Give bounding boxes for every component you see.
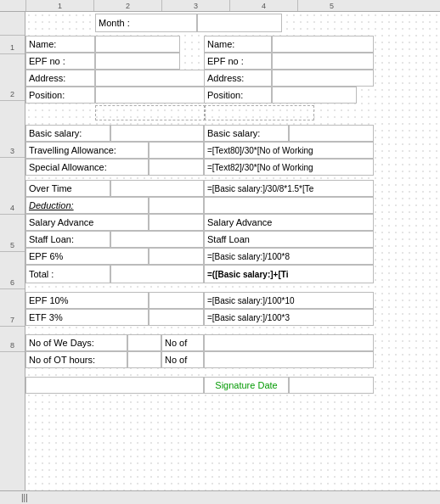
signature-label: Signature Date — [215, 380, 277, 390]
basic-salary-value-right[interactable] — [289, 125, 374, 142]
name-label-left: Name: — [29, 39, 56, 49]
month-value-cell[interactable] — [197, 14, 282, 32]
no-ot-hours-label-cell: No of OT hours: — [25, 351, 127, 368]
position-value-cell-left[interactable] — [95, 87, 206, 104]
travelling-formula-cell: =[Text80]/30*[No of Working — [204, 142, 374, 159]
name-label-cell-right: Name: — [204, 36, 272, 53]
address-value-cell-left[interactable] — [95, 70, 206, 87]
basic-salary-label: Basic salary: — [29, 128, 82, 138]
overtime-label-cell: Over Time — [25, 180, 110, 197]
overtime-formula-cell: =[Basic salary:]/30/8*1.5*[Te — [204, 180, 374, 197]
ruler-mark-5: 5 — [297, 0, 365, 11]
special-formula-cell: =[Text82]/30*[No of Working — [204, 159, 374, 176]
staff-loan-value-left[interactable] — [110, 231, 204, 248]
name-label-right: Name: — [207, 39, 234, 49]
special-value-left[interactable] — [149, 159, 204, 176]
travelling-formula: =[Text80]/30*[No of Working — [207, 146, 313, 155]
no-we-days-formula-cell[interactable] — [204, 334, 374, 351]
top-ruler: 1 2 3 4 5 — [0, 0, 440, 12]
basic-salary-value-left[interactable] — [110, 125, 204, 142]
name-label-cell-left: Name: — [25, 36, 95, 53]
etf-formula-cell: =[Basic salary:]/100*3 — [204, 309, 374, 326]
dashed-box-2 — [204, 105, 314, 120]
signature-label-cell-left — [25, 377, 204, 394]
no-of-label2: No of — [165, 355, 187, 365]
signature-value-cell[interactable] — [289, 377, 374, 394]
epf10-value-left[interactable] — [149, 292, 204, 309]
epf6-value-left[interactable] — [149, 248, 204, 265]
epf10-label-cell: EPF 10% — [25, 292, 149, 309]
total-label-cell: Total : — [25, 265, 110, 283]
no-we-days-label-cell: No of We Days: — [25, 334, 127, 351]
address-value-cell-right[interactable] — [272, 70, 374, 87]
position-label-cell: Position: — [25, 87, 95, 104]
staff-loan-label: Staff Loan: — [29, 234, 74, 244]
row-marker-0 — [0, 12, 25, 36]
position-value-cell-right[interactable] — [272, 87, 357, 104]
main-area: 1 2 3 4 5 6 7 8 Month : — [0, 12, 440, 490]
epf-label-right: EPF no : — [207, 56, 244, 66]
salary-advance-label-right: Salary Advance — [207, 217, 272, 227]
deduction-value-left[interactable] — [149, 197, 204, 214]
row-marker-2: 2 — [0, 54, 25, 101]
epf6-label-cell: EPF 6% — [25, 248, 149, 265]
etf-label: ETF 3% — [29, 312, 63, 322]
staff-loan-label-right: Staff Loan — [207, 234, 250, 244]
special-formula: =[Text82]/30*[No of Working — [207, 163, 313, 172]
overtime-formula: =[Basic salary:]/30/8*1.5*[Te — [207, 184, 313, 193]
travelling-value-left[interactable] — [149, 142, 204, 159]
salary-advance-value-right[interactable]: Salary Advance — [204, 214, 374, 231]
epf6-label: EPF 6% — [29, 251, 63, 261]
salary-advance-value-left[interactable] — [149, 214, 204, 231]
row-marker-5: 5 — [0, 215, 25, 252]
no-ot-hours-formula-cell[interactable] — [204, 351, 374, 368]
month-label-cell: Month : — [95, 14, 197, 32]
epf6-formula: =[Basic salary:]/100*8 — [207, 252, 290, 261]
etf-value-left[interactable] — [149, 309, 204, 326]
row-marker-1: 1 — [0, 36, 25, 54]
etf-formula: =[Basic salary:]/100*3 — [207, 313, 290, 322]
epf-label-cell-left: EPF no : — [25, 53, 95, 70]
position-label-right: Position: — [207, 90, 243, 100]
basic-salary-label-cell: Basic salary: — [25, 125, 110, 142]
overtime-value-left[interactable] — [110, 180, 204, 197]
address-label-right: Address: — [207, 73, 244, 83]
epf-value-cell-right[interactable] — [272, 53, 374, 70]
scroll-indicator: ||| — [21, 493, 28, 502]
no-of-label2-cell: No of — [161, 351, 204, 368]
total-formula: =([Basic salary:]+[Ti — [207, 270, 288, 279]
staff-loan-value-right[interactable]: Staff Loan — [204, 231, 374, 248]
total-value-left[interactable] — [110, 265, 204, 283]
travelling-label-cell: Travelling Allowance: — [25, 142, 149, 159]
address-label: Address: — [29, 73, 65, 83]
travelling-label: Travelling Allowance: — [29, 145, 116, 155]
deduction-value-right[interactable] — [204, 197, 374, 214]
address-label-cell: Address: — [25, 70, 95, 87]
no-we-days-value[interactable] — [127, 334, 161, 351]
position-label-cell-right: Position: — [204, 87, 272, 104]
name-value-cell-left[interactable] — [95, 36, 180, 53]
staff-loan-label-cell: Staff Loan: — [25, 231, 110, 248]
ruler-mark-1: 1 — [25, 0, 93, 11]
grid-area: Month : Name: Name: EPF no : — [25, 12, 440, 490]
address-label-cell-right: Address: — [204, 70, 272, 87]
name-value-cell-right[interactable] — [272, 36, 374, 53]
month-label: Month : — [99, 18, 130, 28]
epf-label-left: EPF no : — [29, 56, 65, 66]
salary-advance-label: Salary Advance — [29, 217, 93, 227]
basic-salary-label-r: Basic salary: — [207, 128, 260, 138]
row-marker-6: 6 — [0, 252, 25, 289]
row-marker-4: 4 — [0, 158, 25, 215]
etf-label-cell: ETF 3% — [25, 309, 149, 326]
ruler-mark-4: 4 — [229, 0, 297, 11]
epf-value-cell-left[interactable] — [95, 53, 180, 70]
dashed-box-1 — [95, 105, 206, 120]
bottom-bar: ||| — [0, 490, 440, 504]
epf-label-cell-right: EPF no : — [204, 53, 272, 70]
spreadsheet: 1 2 3 4 5 1 2 3 4 5 6 7 8 — [0, 0, 440, 504]
row-marker-7: 7 — [0, 289, 25, 327]
total-label: Total : — [29, 269, 54, 279]
row-marker-3: 3 — [0, 101, 25, 158]
no-ot-hours-value[interactable] — [127, 351, 161, 368]
deduction-label-cell: Deduction: — [25, 197, 149, 214]
